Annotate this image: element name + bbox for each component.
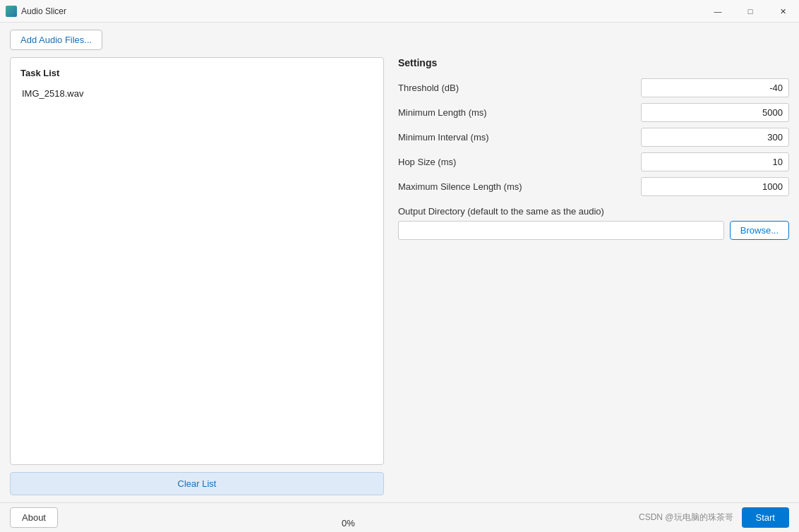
max-silence-input[interactable] <box>641 177 789 196</box>
output-dir-section: Output Directory (default to the same as… <box>398 206 789 240</box>
title-bar-left: Audio Slicer <box>6 6 66 17</box>
start-button[interactable]: Start <box>742 507 789 528</box>
maximize-button[interactable]: □ <box>734 0 767 23</box>
max-silence-row: Maximum Silence Length (ms) <box>398 177 789 196</box>
list-item: IMG_2518.wav <box>20 85 373 102</box>
output-dir-row: Browse... <box>398 221 789 240</box>
threshold-label: Threshold (dB) <box>398 83 459 93</box>
progress-text: 0% <box>342 518 355 528</box>
hop-size-row: Hop Size (ms) <box>398 152 789 171</box>
output-dir-input[interactable] <box>398 221 724 240</box>
title-bar-controls: — □ ✕ <box>702 0 799 22</box>
min-interval-input[interactable] <box>641 128 789 147</box>
hop-size-input[interactable] <box>641 152 789 171</box>
output-dir-label: Output Directory (default to the same as… <box>398 206 789 217</box>
threshold-input[interactable] <box>641 78 789 97</box>
task-list-area[interactable]: IMG_2518.wav <box>20 85 373 454</box>
min-length-input[interactable] <box>641 103 789 122</box>
minimize-button[interactable]: — <box>702 0 734 23</box>
settings-grid: Threshold (dB) Minimum Length (ms) Minim… <box>398 78 789 196</box>
min-length-row: Minimum Length (ms) <box>398 103 789 122</box>
task-list-panel: Task List IMG_2518.wav <box>10 57 384 465</box>
footer: About 0% CSDN @玩电脑的珠茶哥 Start <box>0 502 799 532</box>
min-length-label: Minimum Length (ms) <box>398 107 487 118</box>
footer-right: CSDN @玩电脑的珠茶哥 Start <box>639 507 789 528</box>
left-panel: Task List IMG_2518.wav Clear List <box>10 57 384 495</box>
about-button[interactable]: About <box>10 507 58 528</box>
app-icon <box>6 6 17 17</box>
close-button[interactable]: ✕ <box>767 0 799 23</box>
hop-size-label: Hop Size (ms) <box>398 157 456 167</box>
main-content: Add Audio Files... Task List IMG_2518.wa… <box>0 23 799 502</box>
min-interval-label: Minimum Interval (ms) <box>398 132 489 143</box>
right-panel: Settings Threshold (dB) Minimum Length (… <box>398 57 789 495</box>
task-list-title: Task List <box>20 68 373 78</box>
add-audio-files-button[interactable]: Add Audio Files... <box>10 30 102 50</box>
settings-title: Settings <box>398 57 789 68</box>
clear-list-button[interactable]: Clear List <box>10 472 384 495</box>
max-silence-label: Maximum Silence Length (ms) <box>398 181 522 192</box>
title-bar: Audio Slicer — □ ✕ <box>0 0 799 23</box>
workspace: Task List IMG_2518.wav Clear List Settin… <box>10 57 789 495</box>
threshold-row: Threshold (dB) <box>398 78 789 97</box>
app-title: Audio Slicer <box>21 6 66 16</box>
browse-button[interactable]: Browse... <box>730 221 789 240</box>
toolbar: Add Audio Files... <box>10 30 789 50</box>
watermark-text: CSDN @玩电脑的珠茶哥 <box>639 512 733 524</box>
min-interval-row: Minimum Interval (ms) <box>398 128 789 147</box>
